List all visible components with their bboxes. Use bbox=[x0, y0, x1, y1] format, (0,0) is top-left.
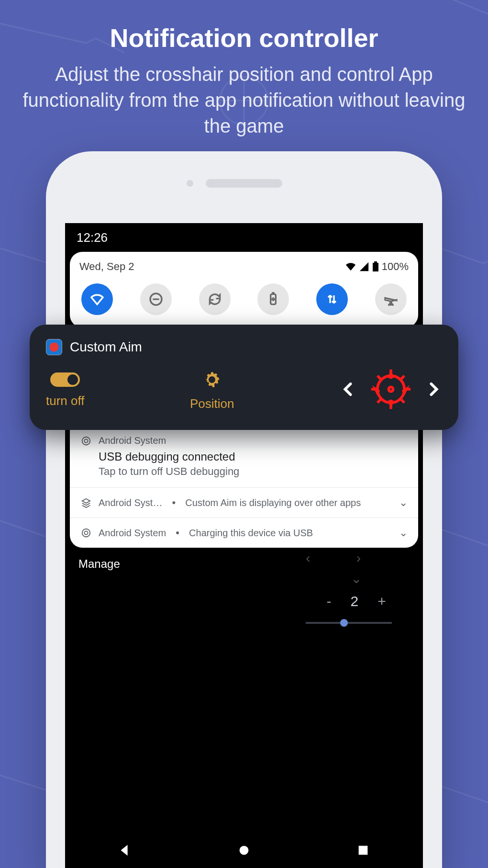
android-nav-bar bbox=[65, 834, 423, 868]
svg-point-9 bbox=[240, 846, 248, 855]
svg-point-8 bbox=[84, 531, 88, 534]
value-display: 2 bbox=[351, 593, 359, 609]
notif-title: USB debugging connected bbox=[99, 450, 239, 463]
home-button[interactable] bbox=[237, 843, 251, 859]
notification-app-name: Custom Aim bbox=[70, 339, 142, 355]
wifi-icon bbox=[345, 261, 356, 272]
chevron-down-icon[interactable]: ⌄ bbox=[306, 571, 407, 586]
quick-settings-row bbox=[79, 273, 409, 327]
svg-point-7 bbox=[82, 529, 90, 537]
status-bar: 12:26 bbox=[65, 223, 423, 252]
phone-frame: 12:26 Wed, Sep 2 100% bbox=[46, 151, 442, 868]
svg-point-6 bbox=[84, 439, 88, 442]
next-crosshair-button[interactable] bbox=[426, 381, 442, 399]
chevron-left-icon[interactable]: ‹ bbox=[306, 551, 356, 565]
slider[interactable] bbox=[306, 622, 392, 624]
notif-source: Android System bbox=[99, 528, 166, 539]
custom-aim-notification[interactable]: Custom Aim turn off Position bbox=[30, 325, 458, 430]
svg-rect-1 bbox=[373, 263, 378, 271]
chevron-down-icon[interactable]: ⌄ bbox=[399, 527, 408, 539]
qs-data[interactable] bbox=[316, 283, 348, 315]
qs-dnd[interactable] bbox=[140, 283, 172, 315]
shade-footer: Manage ‹› ⌄ - 2 + bbox=[65, 548, 423, 834]
sensor-dot bbox=[187, 180, 193, 187]
svg-point-5 bbox=[82, 437, 90, 445]
plus-button[interactable]: + bbox=[377, 593, 386, 609]
qs-battery-saver[interactable] bbox=[257, 283, 289, 315]
layers-icon bbox=[80, 497, 92, 508]
position-button[interactable]: Position bbox=[190, 370, 234, 411]
chevron-down-icon[interactable]: ⌄ bbox=[399, 496, 408, 509]
qs-rotate[interactable] bbox=[199, 283, 231, 315]
notif-text: Custom Aim is displaying over other apps bbox=[185, 497, 361, 508]
notif-charging[interactable]: Android System • Charging this device vi… bbox=[70, 518, 418, 548]
svg-point-12 bbox=[388, 387, 393, 391]
prev-crosshair-button[interactable] bbox=[340, 381, 356, 399]
notif-subtitle: Tap to turn off USB debugging bbox=[99, 465, 239, 478]
clock: 12:26 bbox=[77, 230, 108, 245]
turn-off-button[interactable]: turn off bbox=[46, 372, 84, 408]
chevron-right-icon[interactable]: › bbox=[356, 551, 407, 565]
shade-date: Wed, Sep 2 bbox=[79, 260, 134, 273]
position-label: Position bbox=[190, 396, 234, 411]
battery-icon bbox=[372, 261, 379, 272]
signal-icon bbox=[359, 261, 369, 272]
background-dim-controls: ‹› ⌄ - 2 + bbox=[306, 551, 407, 624]
system-notifications: Android System USB debugging connected T… bbox=[70, 425, 418, 548]
status-icons: 100% bbox=[345, 260, 409, 273]
qs-wifi[interactable] bbox=[81, 283, 113, 315]
turn-off-label: turn off bbox=[46, 394, 84, 408]
notif-text: Charging this device via USB bbox=[189, 528, 313, 539]
hero-title: Notification controller bbox=[0, 0, 488, 53]
earpiece bbox=[206, 179, 282, 188]
android-system-icon bbox=[80, 527, 92, 539]
notification-shade[interactable]: Wed, Sep 2 100% bbox=[70, 252, 418, 327]
custom-aim-app-icon bbox=[46, 339, 62, 355]
android-system-icon bbox=[80, 435, 92, 447]
toggle-switch-icon bbox=[50, 372, 80, 387]
battery-pct: 100% bbox=[382, 260, 409, 273]
notif-overlay[interactable]: Android Syst… • Custom Aim is displaying… bbox=[70, 487, 418, 518]
hero-subtitle: Adjust the crosshair position and contro… bbox=[0, 53, 488, 139]
notif-usb-debugging[interactable]: Android System USB debugging connected T… bbox=[70, 425, 418, 487]
phone-screen: 12:26 Wed, Sep 2 100% bbox=[65, 223, 423, 868]
gear-icon bbox=[202, 370, 222, 390]
svg-rect-10 bbox=[359, 846, 368, 855]
recents-button[interactable] bbox=[356, 843, 370, 859]
svg-rect-2 bbox=[374, 261, 377, 263]
notif-source: Android Syst… bbox=[99, 497, 162, 508]
minus-button[interactable]: - bbox=[327, 593, 332, 609]
qs-airplane[interactable] bbox=[375, 283, 407, 315]
crosshair-preview-icon bbox=[369, 368, 412, 413]
notif-source: Android System bbox=[99, 435, 239, 446]
back-button[interactable] bbox=[118, 843, 132, 859]
